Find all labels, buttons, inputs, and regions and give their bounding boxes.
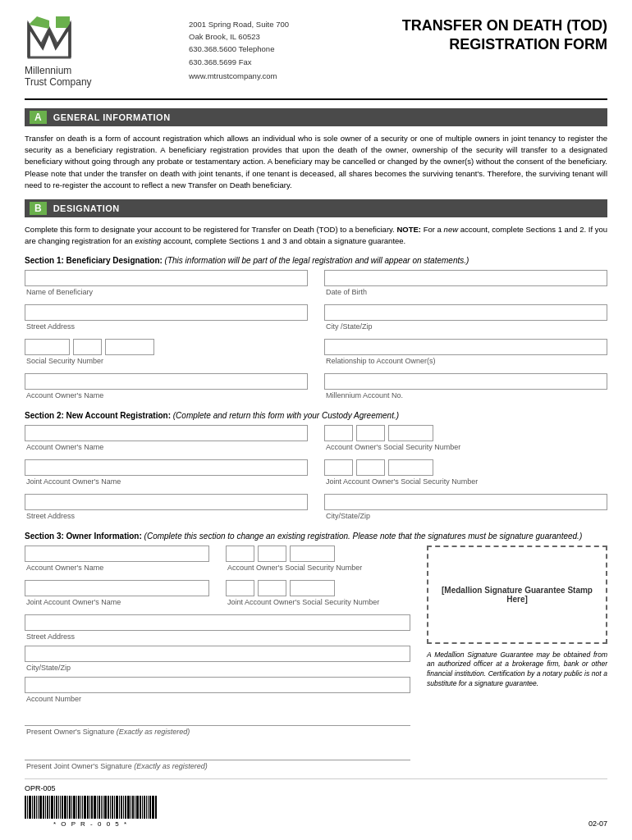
s3-present-joint-owner-sig-line[interactable] <box>25 742 410 760</box>
ssn-box2[interactable] <box>73 339 102 355</box>
s3-acct-owner-name-group: Account Owner's Name <box>25 546 209 572</box>
acct-owner-name-s1-group: Account Owner's Name <box>25 373 308 399</box>
s3-joint-ssn-box2[interactable] <box>258 580 286 596</box>
s2-acct-owner-name-input[interactable] <box>25 425 308 441</box>
section3-left: Account Owner's Name Account Owner's Soc… <box>25 546 410 772</box>
section2-label: Section 2: New Account Registration: (Co… <box>25 411 607 420</box>
s3-city-state-zip-label: City/State/Zip <box>25 664 410 672</box>
city-state-zip-group: City /State/Zip <box>324 304 607 331</box>
section2-row3: Street Address City/State/Zip <box>25 494 607 525</box>
city-state-zip-label: City /State/Zip <box>324 322 607 331</box>
s3-ssn-boxes <box>226 546 410 562</box>
s2-acct-owner-ssn-group: Account Owner's Social Security Number <box>324 425 607 451</box>
s2-ssn-box1[interactable] <box>324 425 353 441</box>
logo-area: Millennium Trust Company <box>25 16 156 89</box>
s3-joint-ssn-box1[interactable] <box>226 580 254 596</box>
s3-left1: Account Owner's Name <box>25 546 209 577</box>
city-state-zip-input[interactable] <box>324 304 607 321</box>
section3-row1: Account Owner's Name Account Owner's Soc… <box>25 546 410 577</box>
s2-joint-ssn-box2[interactable] <box>356 459 385 476</box>
s3-street-group: Street Address <box>25 614 410 641</box>
s2-street-group: Street Address <box>25 494 308 520</box>
company-logo <box>25 16 74 62</box>
website: www.mtrustcompany.com <box>189 71 402 80</box>
dob-input[interactable] <box>324 270 607 286</box>
s3-present-owner-sig-label: Present Owner's Signature (Exactly as re… <box>25 728 410 736</box>
s2-joint-owner-name-input[interactable] <box>25 459 308 476</box>
s2-joint-owner-name-group: Joint Account Owner's Name <box>25 459 308 486</box>
s3-acct-owner-name-label: Account Owner's Name <box>25 564 209 572</box>
section1-right3: Relationship to Account Owner(s) <box>324 339 607 370</box>
s3-account-number-input[interactable] <box>25 677 410 693</box>
section3-label: Section 3: Owner Information: (Complete … <box>25 532 607 541</box>
s3-street-label: Street Address <box>25 632 410 641</box>
section1-left3: Social Security Number <box>25 339 308 370</box>
s3-acct-owner-ssn-label: Account Owner's Social Security Number <box>226 564 410 572</box>
ssn-label: Social Security Number <box>25 357 308 365</box>
section2-left3: Street Address <box>25 494 308 525</box>
s2-joint-owner-name-label: Joint Account Owner's Name <box>25 477 308 486</box>
beneficiary-name-input[interactable] <box>25 270 308 286</box>
main-divider <box>25 98 607 100</box>
beneficiary-name-label: Name of Beneficiary <box>25 288 308 296</box>
s3-street-input[interactable] <box>25 614 410 631</box>
s3-joint-owner-name-label: Joint Account Owner's Name <box>25 598 209 606</box>
s3-present-owner-sig-line[interactable] <box>25 708 410 726</box>
section2-right3: City/State/Zip <box>324 494 607 525</box>
s2-acct-owner-ssn-label: Account Owner's Social Security Number <box>324 443 607 451</box>
s2-ssn-boxes <box>324 425 607 441</box>
dob-label: Date of Birth <box>324 288 607 296</box>
svg-rect-2 <box>56 16 70 28</box>
s3-joint-owner-name-group: Joint Account Owner's Name <box>25 580 209 606</box>
s3-city-state-zip-input[interactable] <box>25 646 410 662</box>
s3-right1: Account Owner's Social Security Number <box>226 546 410 577</box>
millennium-acct-group: Millennium Account No. <box>324 373 607 399</box>
section1-right2: City /State/Zip <box>324 304 607 336</box>
s2-joint-owner-ssn-label: Joint Account Owner's Social Security Nu… <box>324 477 607 486</box>
ssn-box3[interactable] <box>105 339 154 355</box>
s2-street-input[interactable] <box>25 494 308 510</box>
company-name: Millennium Trust Company <box>25 65 92 89</box>
s2-joint-owner-ssn-group: Joint Account Owner's Social Security Nu… <box>324 459 607 486</box>
acct-owner-name-s1-input[interactable] <box>25 373 308 390</box>
s2-city-state-zip-input[interactable] <box>324 494 607 510</box>
s2-joint-ssn-box3[interactable] <box>388 459 433 476</box>
section-b-title: DESIGNATION <box>53 203 120 213</box>
s3-present-joint-owner-sig-label: Present Joint Owner's Signature (Exactly… <box>25 762 410 770</box>
ssn-boxes <box>25 339 308 355</box>
s2-ssn-box2[interactable] <box>356 425 385 441</box>
s3-ssn-box1[interactable] <box>226 546 254 562</box>
s3-joint-owner-name-input[interactable] <box>25 580 209 596</box>
section1-label: Section 1: Beneficiary Designation: (Thi… <box>25 256 607 265</box>
relationship-input[interactable] <box>324 339 607 355</box>
section2-right2: Joint Account Owner's Social Security Nu… <box>324 459 607 491</box>
section-b-header: B DESIGNATION <box>25 199 607 217</box>
section2-left1: Account Owner's Name <box>25 425 308 456</box>
s3-account-number-label: Account Number <box>25 695 410 703</box>
street-label: Street Address <box>25 322 308 331</box>
s2-ssn-box3[interactable] <box>388 425 433 441</box>
ssn-box1[interactable] <box>25 339 70 355</box>
section1-right4: Millennium Account No. <box>324 373 607 404</box>
s2-acct-owner-name-label: Account Owner's Name <box>25 443 308 451</box>
section-b-letter: B <box>30 202 47 215</box>
s3-ssn-box3[interactable] <box>290 546 335 562</box>
section-a-header: A GENERAL INFORMATION <box>25 108 607 126</box>
section2-left2: Joint Account Owner's Name <box>25 459 308 491</box>
s3-joint-ssn-box3[interactable] <box>290 580 335 596</box>
s2-joint-ssn-box1[interactable] <box>324 459 353 476</box>
acct-owner-name-s1-label: Account Owner's Name <box>25 391 308 399</box>
s2-city-state-zip-label: City/State/Zip <box>324 512 607 520</box>
s3-account-number-group: Account Number <box>25 677 410 703</box>
section3-wrapper: Account Owner's Name Account Owner's Soc… <box>25 546 607 772</box>
street-input[interactable] <box>25 304 308 321</box>
millennium-acct-input[interactable] <box>324 373 607 390</box>
page-header: Millennium Trust Company 2001 Spring Roa… <box>25 16 607 89</box>
section-a-title: GENERAL INFORMATION <box>53 112 171 122</box>
section3-row2: Joint Account Owner's Name Joint Account… <box>25 580 410 611</box>
s3-acct-owner-name-input[interactable] <box>25 546 209 562</box>
s3-joint-owner-ssn-label: Joint Account Owner's Social Security Nu… <box>226 598 410 606</box>
s3-present-owner-sig-group: Present Owner's Signature (Exactly as re… <box>25 708 410 736</box>
section1-row4: Account Owner's Name Millennium Account … <box>25 373 607 404</box>
s3-ssn-box2[interactable] <box>258 546 286 562</box>
